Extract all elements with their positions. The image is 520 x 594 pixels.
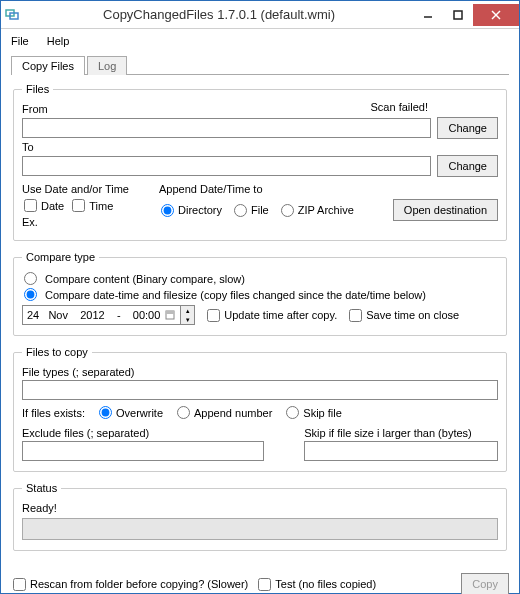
file-radio-label: File (251, 204, 269, 216)
status-legend: Status (22, 482, 61, 494)
overwrite-label: Overwrite (116, 407, 163, 419)
directory-radio[interactable] (161, 204, 174, 217)
files-to-copy-group: Files to copy File types (; separated) I… (13, 346, 507, 472)
from-label: From (22, 103, 371, 115)
compare-group: Compare type Compare content (Binary com… (13, 251, 507, 336)
tab-log[interactable]: Log (87, 56, 127, 75)
test-label: Test (no files copied) (275, 578, 376, 590)
append-label: Append Date/Time to (159, 183, 498, 195)
use-datetime-label: Use Date and/or Time (22, 183, 129, 195)
svg-rect-3 (454, 11, 462, 19)
spin-up-icon[interactable]: ▲ (181, 306, 194, 315)
test-checkbox[interactable] (258, 578, 271, 591)
compare-content-radio[interactable] (24, 272, 37, 285)
skip-file-label: Skip file (303, 407, 342, 419)
app-icon (1, 7, 25, 23)
tab-strip: Copy Files Log (11, 55, 509, 75)
date-checkbox[interactable] (24, 199, 37, 212)
spin-down-icon[interactable]: ▼ (181, 315, 194, 324)
date-picker[interactable]: 24 Nov 2012 - 00:00 (22, 305, 181, 325)
date-value: 24 Nov 2012 - 00:00 (27, 309, 160, 321)
skip-size-input[interactable] (304, 441, 498, 461)
svg-rect-7 (166, 311, 174, 314)
date-spinner[interactable]: ▲ ▼ (181, 305, 195, 325)
save-time-label: Save time on close (366, 309, 459, 321)
status-group: Status Ready! (13, 482, 507, 551)
app-window: CopyChangedFiles 1.7.0.1 (default.wmi) F… (0, 0, 520, 594)
exclude-files-label: Exclude files (; separated) (22, 427, 264, 439)
date-checkbox-label: Date (41, 200, 64, 212)
menu-file[interactable]: File (11, 35, 29, 47)
if-exists-label: If files exists: (22, 407, 85, 419)
tab-copy-files[interactable]: Copy Files (11, 56, 85, 75)
files-to-copy-legend: Files to copy (22, 346, 92, 358)
open-destination-button[interactable]: Open destination (393, 199, 498, 221)
file-types-label: File types (; separated) (22, 366, 498, 378)
compare-legend: Compare type (22, 251, 99, 263)
close-button[interactable] (473, 4, 519, 26)
append-number-radio[interactable] (177, 406, 190, 419)
rescan-label: Rescan from folder before copying? (Slow… (30, 578, 248, 590)
directory-radio-label: Directory (178, 204, 222, 216)
title-bar: CopyChangedFiles 1.7.0.1 (default.wmi) (1, 1, 519, 29)
append-number-label: Append number (194, 407, 272, 419)
menu-bar: File Help (1, 29, 519, 53)
rescan-checkbox[interactable] (13, 578, 26, 591)
compare-datetime-radio[interactable] (24, 288, 37, 301)
save-time-checkbox[interactable] (349, 309, 362, 322)
zip-radio-label: ZIP Archive (298, 204, 354, 216)
copy-button[interactable]: Copy (461, 573, 509, 594)
window-title: CopyChangedFiles 1.7.0.1 (default.wmi) (25, 7, 413, 22)
file-types-input[interactable] (22, 380, 498, 400)
files-group: Files From Scan failed! Change To Change… (13, 83, 507, 241)
overwrite-radio[interactable] (99, 406, 112, 419)
minimize-button[interactable] (413, 4, 443, 26)
menu-help[interactable]: Help (47, 35, 70, 47)
to-input[interactable] (22, 156, 431, 176)
exclude-files-input[interactable] (22, 441, 264, 461)
maximize-button[interactable] (443, 4, 473, 26)
compare-content-label: Compare content (Binary compare, slow) (45, 273, 245, 285)
update-time-checkbox[interactable] (207, 309, 220, 322)
status-ready: Ready! (22, 502, 498, 514)
progress-bar (22, 518, 498, 540)
skip-size-label: Skip if file size i larger than (bytes) (304, 427, 498, 439)
date-dropdown-icon[interactable] (164, 307, 176, 323)
from-change-button[interactable]: Change (437, 117, 498, 139)
time-checkbox[interactable] (72, 199, 85, 212)
to-change-button[interactable]: Change (437, 155, 498, 177)
time-checkbox-label: Time (89, 200, 113, 212)
skip-file-radio[interactable] (286, 406, 299, 419)
compare-datetime-label: Compare date-time and filesize (copy fil… (45, 289, 426, 301)
file-radio[interactable] (234, 204, 247, 217)
zip-radio[interactable] (281, 204, 294, 217)
update-time-label: Update time after copy. (224, 309, 337, 321)
from-input[interactable] (22, 118, 431, 138)
to-label: To (22, 141, 498, 153)
ex-label: Ex. (22, 216, 129, 228)
files-legend: Files (22, 83, 53, 95)
scan-failed-label: Scan failed! (371, 101, 498, 115)
